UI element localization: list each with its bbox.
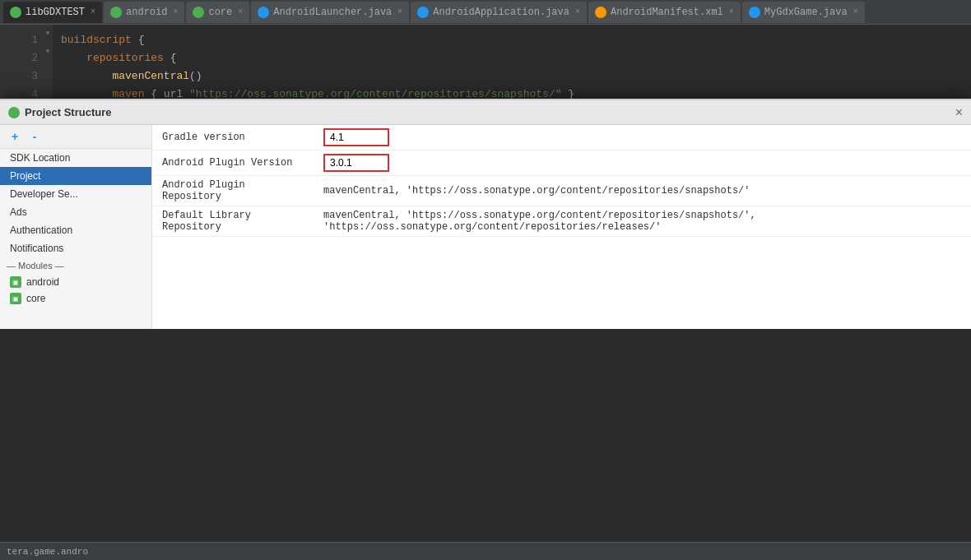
- module-icon-android: ▣: [10, 276, 21, 288]
- sidebar-item-developer-services[interactable]: Developer Se...: [0, 185, 151, 203]
- tab-label-core: core: [208, 7, 232, 18]
- tab-icon-core: [193, 7, 204, 18]
- fold-marker-3: [44, 61, 51, 79]
- module-label-android: android: [26, 276, 59, 288]
- dialog-title-icon: [8, 107, 20, 118]
- gradle-version-input[interactable]: [323, 128, 389, 146]
- tab-close-androidapplication[interactable]: ×: [575, 7, 580, 16]
- android-plugin-version-label: Android Plugin Version: [152, 154, 317, 172]
- module-item-android[interactable]: ▣ android: [0, 274, 151, 290]
- android-plugin-version-input[interactable]: [323, 154, 389, 172]
- property-row-android-plugin-version: Android Plugin Version: [152, 150, 971, 176]
- sidebar-item-sdk-location[interactable]: SDK Location: [0, 149, 151, 167]
- tab-icon-mygdxgame: [749, 7, 760, 18]
- tab-label-android: android: [126, 7, 167, 18]
- dialog-title-text: Project Structure: [25, 106, 111, 118]
- line-num-2: 2: [3, 49, 38, 67]
- sidebar-item-project[interactable]: Project: [0, 167, 151, 185]
- tab-close-android[interactable]: ×: [173, 7, 178, 16]
- tab-label-libgdxtest: libGDXTEST: [26, 7, 85, 18]
- status-bar: tera.game.andro: [0, 542, 971, 560]
- module-label-core: core: [26, 293, 45, 304]
- tab-icon-android: [110, 7, 122, 18]
- sidebar-toolbar: + -: [0, 125, 151, 149]
- tab-bar: libGDXTEST × android × core × AndroidLau…: [0, 0, 971, 25]
- remove-module-button[interactable]: -: [26, 128, 43, 145]
- dialog-title-area: Project Structure: [8, 106, 111, 118]
- status-text: tera.game.andro: [7, 547, 88, 557]
- tab-mygdxgame[interactable]: MyGdxGame.java ×: [742, 2, 865, 23]
- default-library-repository-label: Default Library Repository: [152, 206, 317, 236]
- tab-core[interactable]: core ×: [186, 2, 249, 23]
- tab-label-androidmanifest: AndroidManifest.xml: [611, 7, 723, 18]
- tab-icon-libgdxtest: [10, 7, 21, 18]
- add-module-button[interactable]: +: [7, 128, 23, 145]
- android-plugin-repository-value: mavenCentral, 'https://oss.sonatype.org/…: [317, 182, 971, 200]
- tab-close-core[interactable]: ×: [238, 7, 243, 16]
- fold-marker-1[interactable]: ▼: [44, 25, 51, 43]
- dialog-properties-panel: Gradle version Android Plugin Version An…: [152, 125, 971, 329]
- gradle-version-label: Gradle version: [152, 128, 317, 146]
- sidebar-item-authentication[interactable]: Authentication: [0, 221, 151, 239]
- property-row-default-library-repository: Default Library Repository mavenCentral,…: [152, 206, 971, 237]
- code-line-3: mavenCentral(): [61, 67, 971, 86]
- tab-label-androidapplication: AndroidApplication.java: [433, 7, 569, 18]
- tab-icon-androidapplication: [417, 7, 429, 18]
- modules-header: — Modules —: [0, 257, 151, 274]
- line-num-3: 3: [3, 67, 38, 86]
- tab-icon-androidlauncher: [258, 7, 269, 18]
- tab-close-mygdxgame[interactable]: ×: [853, 7, 858, 16]
- dialog-titlebar: Project Structure ×: [0, 100, 971, 125]
- editor-area: 1 2 3 4 5 6 7 8 9 10 11 12 13 14 15 16 ▼…: [0, 25, 971, 329]
- code-line-2: repositories {: [61, 49, 971, 67]
- sidebar-item-ads[interactable]: Ads: [0, 203, 151, 221]
- android-plugin-version-value: [317, 150, 971, 175]
- dialog-close-button[interactable]: ×: [955, 106, 963, 119]
- sidebar-item-notifications[interactable]: Notifications: [0, 239, 151, 257]
- tab-android[interactable]: android ×: [104, 2, 184, 23]
- tab-androidlauncher[interactable]: AndroidLauncher.java ×: [251, 2, 409, 23]
- dialog-sidebar: + - SDK Location Project Developer Se...…: [0, 125, 152, 329]
- dialog-body: + - SDK Location Project Developer Se...…: [0, 125, 971, 329]
- tab-icon-androidmanifest: [595, 7, 606, 18]
- module-icon-core: ▣: [10, 293, 21, 304]
- android-plugin-repository-label: Android Plugin Repository: [152, 176, 317, 206]
- main-window: libGDXTEST × android × core × AndroidLau…: [0, 0, 971, 560]
- tab-androidapplication[interactable]: AndroidApplication.java ×: [411, 2, 587, 23]
- gradle-version-value: [317, 125, 971, 150]
- line-num-1: 1: [3, 31, 38, 49]
- property-row-gradle-version: Gradle version: [152, 125, 971, 150]
- tab-androidmanifest[interactable]: AndroidManifest.xml ×: [588, 2, 741, 23]
- tab-libgdxtest[interactable]: libGDXTEST ×: [3, 2, 102, 23]
- project-structure-dialog: Project Structure × + - SDK Location Pro…: [0, 99, 971, 329]
- module-item-core[interactable]: ▣ core: [0, 290, 151, 307]
- code-line-1: buildscript {: [61, 31, 971, 49]
- property-row-android-plugin-repository: Android Plugin Repository mavenCentral, …: [152, 176, 971, 206]
- default-library-repository-value: mavenCentral, 'https://oss.sonatype.org/…: [317, 206, 971, 236]
- fold-marker-4: [44, 79, 51, 97]
- tab-close-libgdxtest[interactable]: ×: [91, 7, 95, 16]
- tab-close-androidmanifest[interactable]: ×: [729, 7, 734, 16]
- tab-label-mygdxgame: MyGdxGame.java: [764, 7, 848, 18]
- tab-label-androidlauncher: AndroidLauncher.java: [273, 7, 392, 18]
- fold-marker-2[interactable]: ▼: [44, 43, 51, 61]
- tab-close-androidlauncher[interactable]: ×: [397, 7, 402, 16]
